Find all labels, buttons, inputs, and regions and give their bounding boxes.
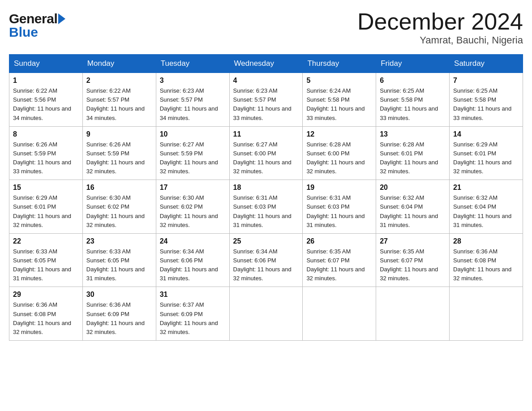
day-info: Sunrise: 6:34 AM Sunset: 6:06 PM Dayligh… — [233, 247, 299, 283]
day-info: Sunrise: 6:35 AM Sunset: 6:07 PM Dayligh… — [306, 247, 372, 283]
day-number: 6 — [380, 77, 446, 85]
table-row: 17 Sunrise: 6:30 AM Sunset: 6:02 PM Dayl… — [156, 180, 229, 234]
day-info: Sunrise: 6:31 AM Sunset: 6:03 PM Dayligh… — [306, 193, 372, 230]
day-number: 13 — [380, 130, 446, 138]
table-row: 20 Sunrise: 6:32 AM Sunset: 6:04 PM Dayl… — [376, 180, 450, 234]
day-number: 21 — [453, 184, 519, 192]
day-info: Sunrise: 6:31 AM Sunset: 6:03 PM Dayligh… — [233, 193, 299, 230]
day-number: 16 — [86, 184, 152, 192]
table-row: 16 Sunrise: 6:30 AM Sunset: 6:02 PM Dayl… — [82, 180, 156, 234]
day-number: 28 — [453, 237, 519, 245]
table-row: 10 Sunrise: 6:27 AM Sunset: 5:59 PM Dayl… — [156, 126, 229, 180]
day-number: 24 — [160, 237, 226, 245]
calendar-week-row: 29 Sunrise: 6:36 AM Sunset: 6:08 PM Dayl… — [9, 287, 523, 341]
day-number: 1 — [13, 77, 79, 85]
table-row: 6 Sunrise: 6:25 AM Sunset: 5:58 PM Dayli… — [376, 73, 450, 127]
table-row: 28 Sunrise: 6:36 AM Sunset: 6:08 PM Dayl… — [450, 233, 523, 287]
day-number: 4 — [233, 77, 299, 85]
calendar-week-row: 8 Sunrise: 6:26 AM Sunset: 5:59 PM Dayli… — [9, 126, 523, 180]
table-row — [376, 287, 450, 341]
table-row: 4 Sunrise: 6:23 AM Sunset: 5:57 PM Dayli… — [229, 73, 303, 127]
day-info: Sunrise: 6:32 AM Sunset: 6:04 PM Dayligh… — [380, 193, 446, 230]
col-monday: Monday — [82, 55, 156, 73]
col-wednesday: Wednesday — [229, 55, 303, 73]
day-info: Sunrise: 6:36 AM Sunset: 6:09 PM Dayligh… — [86, 300, 152, 337]
col-saturday: Saturday — [450, 55, 523, 73]
day-info: Sunrise: 6:26 AM Sunset: 5:59 PM Dayligh… — [13, 140, 79, 176]
col-thursday: Thursday — [303, 55, 376, 73]
col-sunday: Sunday — [9, 55, 83, 73]
title-block: December 2024 Yamrat, Bauchi, Nigeria — [357, 9, 523, 46]
table-row: 8 Sunrise: 6:26 AM Sunset: 5:59 PM Dayli… — [9, 126, 83, 180]
day-number: 11 — [233, 130, 299, 138]
day-number: 19 — [306, 184, 372, 192]
day-info: Sunrise: 6:36 AM Sunset: 6:08 PM Dayligh… — [13, 300, 79, 337]
day-info: Sunrise: 6:23 AM Sunset: 5:57 PM Dayligh… — [233, 86, 299, 123]
day-info: Sunrise: 6:22 AM Sunset: 5:56 PM Dayligh… — [13, 86, 79, 123]
calendar-week-row: 15 Sunrise: 6:29 AM Sunset: 6:01 PM Dayl… — [9, 180, 523, 234]
calendar-week-row: 22 Sunrise: 6:33 AM Sunset: 6:05 PM Dayl… — [9, 233, 523, 287]
table-row: 27 Sunrise: 6:35 AM Sunset: 6:07 PM Dayl… — [376, 233, 450, 287]
day-info: Sunrise: 6:29 AM Sunset: 6:01 PM Dayligh… — [13, 193, 79, 230]
day-info: Sunrise: 6:28 AM Sunset: 6:00 PM Dayligh… — [306, 140, 372, 176]
table-row: 19 Sunrise: 6:31 AM Sunset: 6:03 PM Dayl… — [303, 180, 376, 234]
day-number: 9 — [86, 130, 152, 138]
calendar-title: December 2024 — [357, 9, 523, 34]
day-info: Sunrise: 6:24 AM Sunset: 5:58 PM Dayligh… — [306, 86, 372, 123]
table-row: 31 Sunrise: 6:37 AM Sunset: 6:09 PM Dayl… — [156, 287, 229, 341]
table-row — [229, 287, 303, 341]
table-row: 24 Sunrise: 6:34 AM Sunset: 6:06 PM Dayl… — [156, 233, 229, 287]
day-number: 7 — [453, 77, 519, 85]
day-number: 20 — [380, 184, 446, 192]
day-number: 17 — [160, 184, 226, 192]
logo-general: General — [9, 11, 57, 26]
page-header: General Blue December 2024 Yamrat, Bauch… — [9, 9, 523, 46]
table-row: 12 Sunrise: 6:28 AM Sunset: 6:00 PM Dayl… — [303, 126, 376, 180]
day-number: 12 — [306, 130, 372, 138]
table-row: 18 Sunrise: 6:31 AM Sunset: 6:03 PM Dayl… — [229, 180, 303, 234]
day-info: Sunrise: 6:36 AM Sunset: 6:08 PM Dayligh… — [453, 247, 519, 283]
table-row: 26 Sunrise: 6:35 AM Sunset: 6:07 PM Dayl… — [303, 233, 376, 287]
day-number: 27 — [380, 237, 446, 245]
table-row: 21 Sunrise: 6:32 AM Sunset: 6:04 PM Dayl… — [450, 180, 523, 234]
table-row: 14 Sunrise: 6:29 AM Sunset: 6:01 PM Dayl… — [450, 126, 523, 180]
col-tuesday: Tuesday — [156, 55, 229, 73]
logo: General Blue — [9, 9, 65, 40]
table-row: 2 Sunrise: 6:22 AM Sunset: 5:57 PM Dayli… — [82, 73, 156, 127]
table-row: 22 Sunrise: 6:33 AM Sunset: 6:05 PM Dayl… — [9, 233, 83, 287]
day-number: 22 — [13, 237, 79, 245]
calendar-header-row: Sunday Monday Tuesday Wednesday Thursday… — [9, 55, 523, 73]
table-row: 23 Sunrise: 6:33 AM Sunset: 6:05 PM Dayl… — [82, 233, 156, 287]
day-number: 5 — [306, 77, 372, 85]
day-info: Sunrise: 6:35 AM Sunset: 6:07 PM Dayligh… — [380, 247, 446, 283]
day-info: Sunrise: 6:27 AM Sunset: 5:59 PM Dayligh… — [160, 140, 226, 176]
day-info: Sunrise: 6:22 AM Sunset: 5:57 PM Dayligh… — [86, 86, 152, 123]
calendar-week-row: 1 Sunrise: 6:22 AM Sunset: 5:56 PM Dayli… — [9, 73, 523, 127]
day-info: Sunrise: 6:25 AM Sunset: 5:58 PM Dayligh… — [380, 86, 446, 123]
table-row: 7 Sunrise: 6:25 AM Sunset: 5:58 PM Dayli… — [450, 73, 523, 127]
logo-blue: Blue — [9, 25, 65, 40]
day-info: Sunrise: 6:27 AM Sunset: 6:00 PM Dayligh… — [233, 140, 299, 176]
day-info: Sunrise: 6:34 AM Sunset: 6:06 PM Dayligh… — [160, 247, 226, 283]
calendar-subtitle: Yamrat, Bauchi, Nigeria — [357, 34, 523, 46]
day-info: Sunrise: 6:33 AM Sunset: 6:05 PM Dayligh… — [86, 247, 152, 283]
table-row: 13 Sunrise: 6:28 AM Sunset: 6:01 PM Dayl… — [376, 126, 450, 180]
day-number: 26 — [306, 237, 372, 245]
table-row: 5 Sunrise: 6:24 AM Sunset: 5:58 PM Dayli… — [303, 73, 376, 127]
day-number: 29 — [13, 291, 79, 299]
day-number: 15 — [13, 184, 79, 192]
day-info: Sunrise: 6:26 AM Sunset: 5:59 PM Dayligh… — [86, 140, 152, 176]
calendar-table: Sunday Monday Tuesday Wednesday Thursday… — [9, 54, 523, 341]
day-number: 3 — [160, 77, 226, 85]
table-row — [303, 287, 376, 341]
table-row: 3 Sunrise: 6:23 AM Sunset: 5:57 PM Dayli… — [156, 73, 229, 127]
table-row: 30 Sunrise: 6:36 AM Sunset: 6:09 PM Dayl… — [82, 287, 156, 341]
day-number: 23 — [86, 237, 152, 245]
day-info: Sunrise: 6:23 AM Sunset: 5:57 PM Dayligh… — [160, 86, 226, 123]
day-number: 31 — [160, 291, 226, 299]
day-info: Sunrise: 6:33 AM Sunset: 6:05 PM Dayligh… — [13, 247, 79, 283]
table-row: 11 Sunrise: 6:27 AM Sunset: 6:00 PM Dayl… — [229, 126, 303, 180]
table-row: 25 Sunrise: 6:34 AM Sunset: 6:06 PM Dayl… — [229, 233, 303, 287]
day-info: Sunrise: 6:37 AM Sunset: 6:09 PM Dayligh… — [160, 300, 226, 337]
day-number: 18 — [233, 184, 299, 192]
